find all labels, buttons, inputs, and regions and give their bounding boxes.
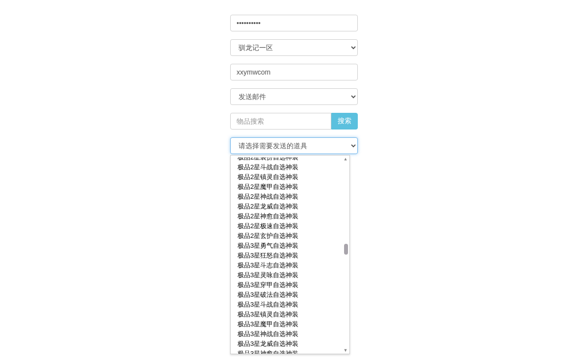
item-select-dropdown: 极品2星装扮自选神装极品2星斗战自选神装极品2星镇灵自选神装极品2星魔甲自选神装… xyxy=(230,155,350,354)
item-select[interactable]: 请选择需要发送的道具 xyxy=(230,137,358,154)
dropdown-option[interactable]: 极品3星斗志自选神装 xyxy=(231,260,349,270)
dropdown-option[interactable]: 极品3星勇气自选神装 xyxy=(231,241,349,251)
search-button[interactable]: 搜索 xyxy=(331,113,358,130)
dropdown-option[interactable]: 极品2星魔甲自选神装 xyxy=(231,182,349,192)
dropdown-option[interactable]: 极品3星斗战自选神装 xyxy=(231,300,349,310)
dropdown-option[interactable]: 极品3星穿甲自选神装 xyxy=(231,280,349,290)
dropdown-option[interactable]: 极品2星神战自选神装 xyxy=(231,192,349,202)
scroll-up-icon[interactable]: ▲ xyxy=(343,156,348,161)
scrollbar-track[interactable]: ▲ ▼ xyxy=(343,156,348,353)
server-select[interactable]: 驯龙记一区 xyxy=(230,39,358,56)
form-container: 驯龙记一区 发送邮件 搜索 请选择需要发送的道具 极品2星装扮自选神装极品2星斗… xyxy=(230,15,358,154)
dropdown-option[interactable]: 极品3星龙威自选神装 xyxy=(231,339,349,349)
scrollbar-thumb[interactable] xyxy=(344,244,348,255)
item-search-input[interactable] xyxy=(230,113,331,130)
dropdown-option[interactable]: 极品2星极速自选神装 xyxy=(231,221,349,231)
dropdown-option[interactable]: 极品3星镇灵自选神装 xyxy=(231,310,349,319)
dropdown-option[interactable]: 极品2星装扮自选神装 xyxy=(231,157,349,162)
dropdown-option[interactable]: 极品3星狂怒自选神装 xyxy=(231,251,349,260)
dropdown-option[interactable]: 极品2星镇灵自选神装 xyxy=(231,172,349,182)
action-select[interactable]: 发送邮件 xyxy=(230,88,358,105)
dropdown-option[interactable]: 极品2星玄护自选神装 xyxy=(231,231,349,241)
dropdown-option[interactable]: 极品3星魔甲自选神装 xyxy=(231,319,349,329)
dropdown-option[interactable]: 极品3星灵咏自选神装 xyxy=(231,270,349,280)
dropdown-option[interactable]: 极品2星斗战自选神装 xyxy=(231,162,349,172)
dropdown-option[interactable]: 极品3星神愈自选神装 xyxy=(231,349,349,354)
password-input[interactable] xyxy=(230,15,358,31)
dropdown-option[interactable]: 极品3星破法自选神装 xyxy=(231,290,349,300)
dropdown-option[interactable]: 极品3星神战自选神装 xyxy=(231,329,349,339)
username-input[interactable] xyxy=(230,64,358,80)
dropdown-option[interactable]: 极品2星龙威自选神装 xyxy=(231,202,349,211)
dropdown-option[interactable]: 极品2星神愈自选神装 xyxy=(231,211,349,221)
scroll-down-icon[interactable]: ▼ xyxy=(343,348,348,353)
